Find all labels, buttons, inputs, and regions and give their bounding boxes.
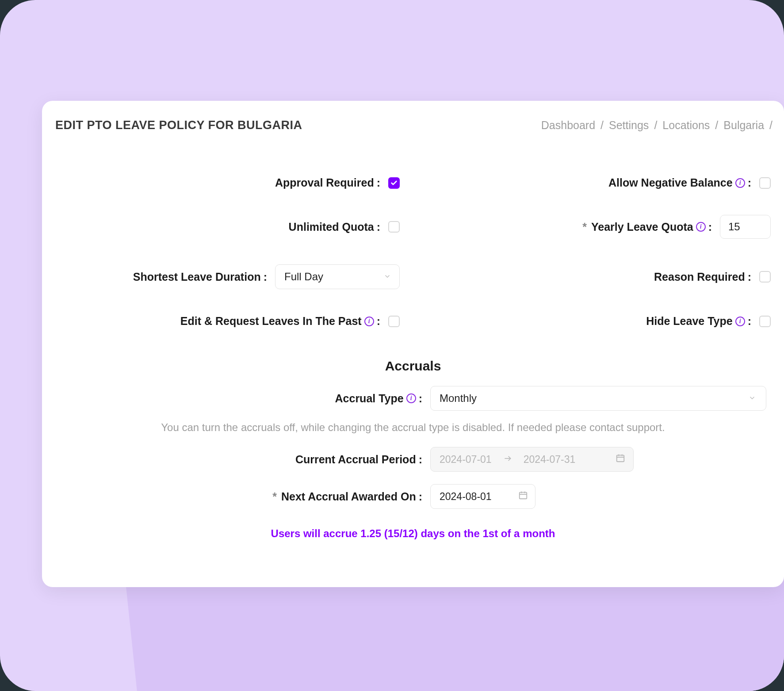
breadcrumb-item-settings[interactable]: Settings [609, 119, 649, 132]
form-area: Approval Required: Allow Negative Balanc… [42, 176, 784, 328]
info-icon[interactable]: i [735, 178, 745, 188]
field-current-accrual-period: Current Accrual Period: 2024-07-01 2024-… [55, 447, 771, 472]
select-shortest-leave-duration[interactable]: Full Day [275, 264, 400, 289]
field-accrual-type: Accrual Type i : Monthly [55, 386, 771, 411]
checkbox-unlimited-quota[interactable] [388, 221, 400, 233]
required-asterisk: * [582, 221, 587, 233]
calendar-icon [616, 453, 625, 466]
chevron-down-icon [383, 271, 391, 283]
select-accrual-type[interactable]: Monthly [430, 386, 766, 411]
breadcrumb-sep: / [600, 119, 604, 132]
svg-rect-5 [520, 492, 527, 499]
label-text: Approval Required [275, 176, 374, 189]
field-allow-negative-balance: Allow Negative Balance i : [426, 176, 771, 189]
label-hide-leave-type: Hide Leave Type i : [646, 315, 751, 328]
info-icon[interactable]: i [735, 317, 745, 326]
info-icon[interactable]: i [364, 317, 374, 326]
breadcrumb-sep: / [715, 119, 718, 132]
select-value: Monthly [440, 392, 477, 405]
label-text: Shortest Leave Duration [133, 271, 261, 283]
label-accrual-type: Accrual Type i : [55, 392, 422, 405]
checkbox-approval-required[interactable] [388, 177, 400, 189]
field-unlimited-quota: Unlimited Quota: [55, 215, 400, 239]
label-current-accrual-period: Current Accrual Period: [55, 453, 422, 466]
breadcrumb-sep: / [654, 119, 657, 132]
breadcrumb-item-bulgaria[interactable]: Bulgaria [723, 119, 764, 132]
daterange-current-accrual-period[interactable]: 2024-07-01 2024-07-31 [430, 447, 634, 472]
field-approval-required: Approval Required: [55, 176, 400, 189]
accrue-note: Users will accrue 1.25 (15/12) days on t… [55, 527, 771, 540]
label-text: Yearly Leave Quota [591, 221, 693, 233]
checkbox-reason-required[interactable] [759, 271, 771, 283]
info-icon[interactable]: i [696, 222, 706, 232]
label-text: Reason Required [654, 271, 745, 283]
label-text: Allow Negative Balance [608, 176, 733, 189]
field-edit-request-past: Edit & Request Leaves In The Past i : [55, 315, 400, 328]
label-yearly-leave-quota: * Yearly Leave Quota i : [582, 221, 712, 233]
label-text: Accrual Type [335, 392, 404, 405]
check-icon [390, 179, 398, 187]
card-header: EDIT PTO LEAVE POLICY FOR BULGARIA Dashb… [42, 118, 784, 132]
input-yearly-leave-quota[interactable]: 15 [720, 215, 771, 239]
date-value: 2024-08-01 [440, 491, 492, 503]
label-text: Hide Leave Type [646, 315, 732, 328]
page-title: EDIT PTO LEAVE POLICY FOR BULGARIA [55, 118, 302, 132]
label-text: Current Accrual Period [295, 453, 416, 466]
label-text: Unlimited Quota [289, 221, 374, 233]
breadcrumb-sep: / [769, 119, 773, 132]
field-shortest-leave-duration: Shortest Leave Duration: Full Day [55, 264, 400, 289]
checkbox-edit-request-past[interactable] [388, 316, 400, 327]
accruals-block: Accrual Type i : Monthly You can turn th… [42, 386, 784, 540]
form-grid: Approval Required: Allow Negative Balanc… [55, 176, 771, 328]
svg-rect-1 [617, 455, 624, 462]
label-text: Edit & Request Leaves In The Past [180, 315, 362, 328]
date-end: 2024-07-31 [524, 454, 576, 466]
label-approval-required: Approval Required: [275, 176, 380, 189]
calendar-icon [518, 490, 528, 503]
label-shortest-leave-duration: Shortest Leave Duration: [133, 271, 267, 283]
date-start: 2024-07-01 [440, 454, 492, 466]
field-reason-required: Reason Required: [426, 264, 771, 289]
breadcrumb: Dashboard / Settings / Locations / Bulga… [541, 119, 773, 132]
label-next-accrual-awarded: * Next Accrual Awarded On: [55, 490, 422, 503]
chevron-down-icon [748, 392, 756, 405]
label-allow-negative-balance: Allow Negative Balance i : [608, 176, 751, 189]
policy-card: EDIT PTO LEAVE POLICY FOR BULGARIA Dashb… [42, 101, 784, 587]
accruals-hint: You can turn the accruals off, while cha… [55, 419, 771, 447]
select-value: Full Day [284, 271, 323, 283]
label-edit-request-past: Edit & Request Leaves In The Past i : [180, 315, 380, 328]
section-title-accruals: Accruals [42, 359, 784, 374]
required-asterisk: * [272, 490, 277, 503]
label-text: Next Accrual Awarded On [281, 490, 416, 503]
field-hide-leave-type: Hide Leave Type i : [426, 315, 771, 328]
field-yearly-leave-quota: * Yearly Leave Quota i : 15 [426, 215, 771, 239]
label-reason-required: Reason Required: [654, 271, 751, 283]
label-unlimited-quota: Unlimited Quota: [289, 221, 380, 233]
breadcrumb-item-dashboard[interactable]: Dashboard [541, 119, 595, 132]
info-icon[interactable]: i [406, 393, 416, 403]
arrow-right-icon [503, 454, 512, 466]
checkbox-allow-negative-balance[interactable] [759, 177, 771, 189]
date-next-accrual-awarded[interactable]: 2024-08-01 [430, 484, 535, 509]
background-panel: EDIT PTO LEAVE POLICY FOR BULGARIA Dashb… [0, 0, 784, 691]
field-next-accrual-awarded: * Next Accrual Awarded On: 2024-08-01 [55, 484, 771, 509]
input-value: 15 [728, 221, 740, 233]
checkbox-hide-leave-type[interactable] [759, 316, 771, 327]
breadcrumb-item-locations[interactable]: Locations [662, 119, 710, 132]
